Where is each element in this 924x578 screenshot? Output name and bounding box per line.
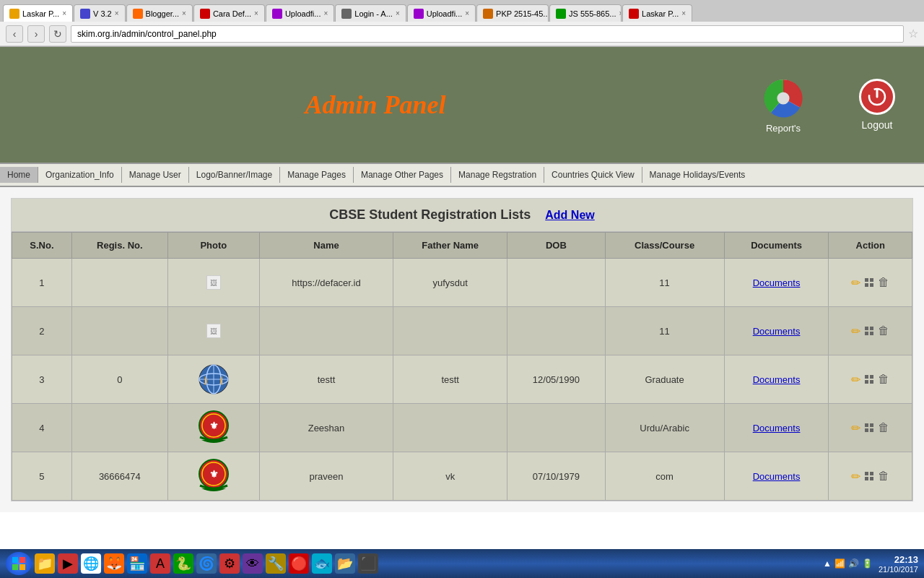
cell-father: testt — [393, 355, 507, 404]
cell-sno: 4 — [12, 404, 72, 452]
documents-link-5[interactable]: Documents — [753, 471, 801, 482]
grid-icon-2[interactable] — [865, 327, 873, 335]
tab-close-4[interactable]: × — [254, 9, 258, 17]
tab-6[interactable]: Login - A... × — [335, 4, 406, 22]
delete-icon-4[interactable]: 🗑 — [878, 421, 889, 434]
documents-link-3[interactable]: Documents — [753, 374, 801, 385]
tab-4[interactable]: Cara Def... × — [193, 4, 265, 22]
tab-7[interactable]: Uploadfi... × — [407, 4, 476, 22]
admin-header: Admin Panel Report's Logout — [0, 47, 924, 163]
grid-icon-5[interactable] — [865, 472, 873, 480]
tab-close-9[interactable]: × — [619, 9, 622, 17]
tab-label-4: Cara Def... — [213, 9, 251, 18]
content-title: CBSE Student Registration Lists — [329, 207, 531, 223]
nav-logo-banner[interactable]: Logo/Banner/Image — [189, 167, 280, 183]
cell-class: Graduate — [605, 355, 724, 404]
cell-regis: 36666474 — [71, 452, 167, 501]
emblem-icon-5: ⚜ — [197, 458, 230, 494]
tab-3[interactable]: Blogger... × — [126, 4, 193, 22]
header-title: Admin Panel — [14, 90, 736, 120]
cell-action: ✏ 🗑 — [829, 355, 912, 404]
tab-label-9: JS 555-865... — [569, 9, 616, 18]
cell-docs: Documents — [724, 452, 829, 501]
cell-name — [259, 307, 393, 355]
edit-icon-2[interactable]: ✏ — [851, 324, 860, 338]
nav-manage-registration[interactable]: Manage Regstration — [451, 167, 544, 183]
cell-dob: 07/10/1979 — [507, 452, 605, 501]
photo-broken: 🖼 — [192, 264, 235, 301]
tab-close-3[interactable]: × — [182, 9, 186, 17]
forward-button[interactable]: › — [27, 25, 45, 43]
nav-home[interactable]: Home — [0, 167, 38, 183]
reports-button[interactable]: Report's — [736, 69, 830, 141]
tab-active[interactable]: Laskar P... × — [3, 4, 73, 22]
cell-class: 11 — [605, 259, 724, 307]
nav-manage-pages[interactable]: Manage Pages — [280, 167, 354, 183]
edit-icon[interactable]: ✏ — [851, 276, 860, 290]
address-bar: ‹ › ↻ ☆ — [0, 22, 924, 46]
nav-bar: Home Organization_Info Manage User Logo/… — [0, 163, 924, 187]
tab-close-7[interactable]: × — [465, 9, 469, 17]
table-header-row: S.No. Regis. No. Photo Name Father Name … — [12, 233, 912, 259]
photo-emblem-4: ⚜ — [192, 410, 235, 446]
url-input[interactable] — [71, 25, 904, 43]
documents-link-4[interactable]: Documents — [753, 423, 801, 434]
edit-icon-4[interactable]: ✏ — [851, 421, 860, 435]
photo-broken-2: 🖼 — [192, 313, 235, 349]
tab-2[interactable]: V 3.2 × — [74, 4, 126, 22]
reports-chart-icon — [762, 77, 805, 120]
tab-close[interactable]: × — [62, 9, 66, 17]
add-new-link[interactable]: Add New — [545, 209, 594, 222]
documents-link[interactable]: Documents — [753, 277, 801, 288]
back-button[interactable]: ‹ — [6, 25, 23, 43]
tab-10[interactable]: Laskar P... × — [622, 4, 692, 22]
tab-close-5[interactable]: × — [323, 9, 328, 17]
cell-action: ✏ 🗑 — [829, 404, 912, 452]
svg-text:⚜: ⚜ — [209, 420, 218, 431]
delete-icon-2[interactable]: 🗑 — [878, 324, 889, 337]
delete-icon-5[interactable]: 🗑 — [878, 470, 889, 483]
cell-father — [393, 404, 507, 452]
edit-icon-5[interactable]: ✏ — [851, 470, 860, 483]
action-icons-4: ✏ 🗑 — [834, 421, 906, 435]
browser-chrome: Laskar P... × V 3.2 × Blogger... × Cara … — [0, 0, 924, 47]
nav-manage-other-pages[interactable]: Manage Other Pages — [354, 167, 451, 183]
cell-name: praveen — [259, 452, 393, 501]
cell-docs: Documents — [724, 355, 829, 404]
cell-docs: Documents — [724, 259, 829, 307]
tab-label: Laskar P... — [22, 9, 59, 18]
tab-close-10[interactable]: × — [681, 9, 686, 17]
tab-9[interactable]: JS 555-865... × — [549, 4, 622, 22]
edit-icon-3[interactable]: ✏ — [851, 373, 860, 387]
tab-favicon-2 — [80, 9, 90, 19]
photo-globe — [192, 361, 235, 397]
tab-8[interactable]: PKP 2515-45... × — [476, 4, 549, 22]
tab-5[interactable]: Uploadfi... × — [266, 4, 334, 22]
cell-sno: 1 — [12, 259, 72, 307]
cell-father: yufysdut — [393, 259, 507, 307]
col-sno: S.No. — [12, 233, 72, 259]
tab-close-2[interactable]: × — [115, 9, 119, 17]
nav-manage-holidays[interactable]: Manage Holidays/Events — [642, 167, 753, 183]
grid-icon-3[interactable] — [865, 375, 873, 384]
cell-regis — [71, 259, 167, 307]
logout-button[interactable]: Logout — [830, 72, 924, 138]
registrations-table: S.No. Regis. No. Photo Name Father Name … — [12, 232, 912, 501]
cell-sno: 2 — [12, 307, 72, 355]
cell-sno: 3 — [12, 355, 72, 404]
delete-icon-3[interactable]: 🗑 — [878, 373, 889, 386]
bookmark-icon[interactable]: ☆ — [908, 27, 918, 40]
delete-icon[interactable]: 🗑 — [878, 276, 889, 289]
documents-link-2[interactable]: Documents — [753, 326, 801, 337]
grid-icon-4[interactable] — [865, 423, 873, 432]
tab-close-6[interactable]: × — [396, 9, 400, 17]
nav-countries-quick-view[interactable]: Countries Quick View — [544, 167, 642, 183]
nav-organization-info[interactable]: Organization_Info — [38, 167, 122, 183]
col-regis: Regis. No. — [71, 233, 167, 259]
action-icons-2: ✏ 🗑 — [834, 324, 906, 338]
cell-docs: Documents — [724, 404, 829, 452]
cell-class: 11 — [605, 307, 724, 355]
grid-icon[interactable] — [865, 278, 873, 287]
nav-manage-user[interactable]: Manage User — [122, 167, 189, 183]
refresh-button[interactable]: ↻ — [49, 25, 66, 43]
